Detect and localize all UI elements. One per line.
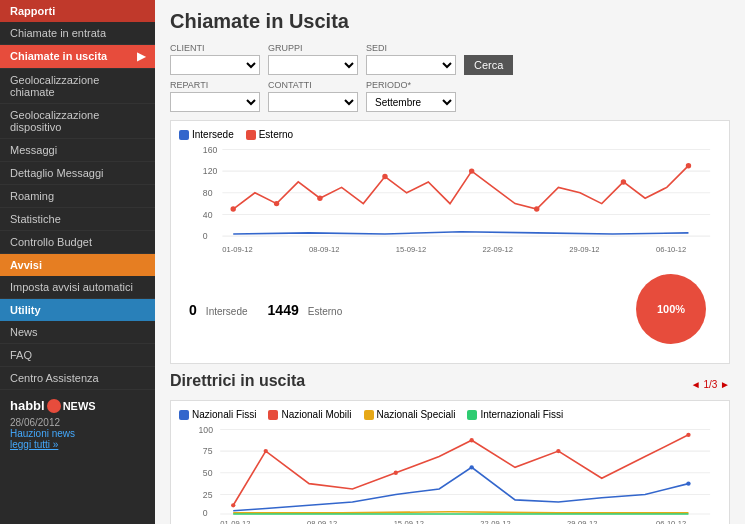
habbl-logo-dot	[47, 399, 61, 413]
news-title: Hauzioni news	[10, 428, 145, 439]
esterno-label: Esterno	[259, 129, 293, 140]
svg-point-19	[382, 174, 387, 179]
svg-text:01-09-12: 01-09-12	[220, 519, 250, 524]
chart1-pie: 100%	[631, 269, 711, 351]
section2-title: Direttrici in uscita	[170, 372, 305, 390]
svg-point-44	[394, 471, 398, 475]
contatti-label: CONTATTI	[268, 80, 358, 90]
chart1-stat-esterno: 1449 Esterno	[268, 302, 343, 318]
svg-text:25: 25	[203, 490, 213, 500]
news-link[interactable]: leggi tutti »	[10, 439, 145, 450]
svg-point-20	[469, 168, 474, 173]
legend-esterno: Esterno	[246, 129, 293, 140]
news-label: NEWS	[63, 400, 96, 412]
contatti-select[interactable]	[268, 92, 358, 112]
legend-intersede: Intersede	[179, 129, 234, 140]
svg-point-49	[686, 482, 690, 486]
periodo-select[interactable]: Settembre	[366, 92, 456, 112]
sidebar-item-avvisi-automatici[interactable]: Imposta avvisi automatici	[0, 276, 155, 299]
svg-text:29-09-12: 29-09-12	[567, 519, 597, 524]
svg-point-22	[621, 179, 626, 184]
sedi-label: SEDI	[366, 43, 456, 53]
intersede-stat-label: Intersede	[206, 306, 248, 317]
gruppi-select[interactable]	[268, 55, 358, 75]
filter-reparti: REPARTI	[170, 80, 260, 112]
sidebar-section-utility[interactable]: Utility	[0, 299, 155, 321]
naz-speciali-dot	[364, 410, 374, 420]
intersede-label: Intersede	[192, 129, 234, 140]
naz-mobili-dot	[268, 410, 278, 420]
sidebar-section-rapporti[interactable]: Rapporti	[0, 0, 155, 22]
chart1-stats-row: 0 Intersede 1449 Esterno 100%	[179, 265, 721, 355]
svg-text:0: 0	[203, 508, 208, 518]
svg-text:50: 50	[203, 468, 213, 478]
int-fissi-dot	[467, 410, 477, 420]
filter-contatti: CONTATTI	[268, 80, 358, 112]
esterno-number: 1449	[268, 302, 299, 318]
svg-text:06-10-12: 06-10-12	[656, 245, 686, 254]
chart1-legend: Intersede Esterno	[179, 129, 721, 140]
svg-point-23	[686, 163, 691, 168]
svg-point-17	[274, 201, 279, 206]
sidebar-item-chiamate-uscita[interactable]: Chiamate in uscita	[0, 45, 155, 69]
sidebar-item-statistiche[interactable]: Statistiche	[0, 208, 155, 231]
svg-point-47	[686, 433, 690, 437]
svg-point-21	[534, 206, 539, 211]
legend-int-fissi: Internazionali Fissi	[467, 409, 563, 420]
int-fissi-label: Internazionali Fissi	[480, 409, 563, 420]
sedi-select[interactable]	[366, 55, 456, 75]
svg-text:160: 160	[203, 145, 218, 155]
svg-text:22-09-12: 22-09-12	[480, 519, 510, 524]
page-title: Chiamate in Uscita	[170, 10, 730, 33]
legend-naz-fissi: Nazionali Fissi	[179, 409, 256, 420]
chart1-pie-svg: 100%	[631, 269, 711, 349]
naz-mobili-label: Nazionali Mobili	[281, 409, 351, 420]
news-date: 28/06/2012	[10, 417, 145, 428]
svg-text:06-10-12: 06-10-12	[656, 519, 686, 524]
svg-point-18	[317, 195, 322, 200]
svg-point-42	[231, 503, 235, 507]
legend-naz-mobili: Nazionali Mobili	[268, 409, 351, 420]
naz-fissi-label: Nazionali Fissi	[192, 409, 256, 420]
habbl-logo-text: habbl	[10, 398, 45, 413]
svg-point-48	[470, 465, 474, 469]
chart2-container: Nazionali Fissi Nazionali Mobili Naziona…	[170, 400, 730, 524]
svg-point-46	[556, 449, 560, 453]
svg-point-43	[264, 449, 268, 453]
sidebar-item-messaggi[interactable]: Messaggi	[0, 139, 155, 162]
sidebar-item-roaming[interactable]: Roaming	[0, 185, 155, 208]
filter-clienti: CLIENTI	[170, 43, 260, 75]
svg-text:08-09-12: 08-09-12	[307, 519, 337, 524]
filter-gruppi: GRUPPI	[268, 43, 358, 75]
chart2-svg: 100 75 50 25 0 01-09-12 08-09-12 15-09-1…	[179, 424, 721, 524]
svg-text:0: 0	[203, 231, 208, 241]
sidebar-section-avvisi[interactable]: Avvisi	[0, 254, 155, 276]
legend-naz-speciali: Nazionali Speciali	[364, 409, 456, 420]
main-content: Chiamate in Uscita CLIENTI GRUPPI SEDI C…	[155, 0, 745, 524]
periodo-label: PERIODO*	[366, 80, 456, 90]
sidebar-item-centro-assistenza[interactable]: Centro Assistenza	[0, 367, 155, 390]
reparti-select[interactable]	[170, 92, 260, 112]
sidebar-item-geo-chiamate[interactable]: Geolocalizzazione chiamate	[0, 69, 155, 104]
sidebar-item-dettaglio-messaggi[interactable]: Dettaglio Messaggi	[0, 162, 155, 185]
filter-row-2: REPARTI CONTATTI PERIODO* Settembre	[170, 80, 730, 112]
naz-speciali-label: Nazionali Speciali	[377, 409, 456, 420]
svg-text:22-09-12: 22-09-12	[483, 245, 513, 254]
sidebar: Rapporti Chiamate in entrata Chiamate in…	[0, 0, 155, 524]
chart1-stat-intersede: 0 Intersede	[189, 302, 248, 318]
svg-text:80: 80	[203, 188, 213, 198]
sidebar-news-block: habbl NEWS 28/06/2012 Hauzioni news legg…	[0, 390, 155, 524]
sidebar-item-faq[interactable]: FAQ	[0, 344, 155, 367]
filter-periodo: PERIODO* Settembre	[366, 80, 456, 112]
sidebar-item-controllo-budget[interactable]: Controllo Budget	[0, 231, 155, 254]
clienti-label: CLIENTI	[170, 43, 260, 53]
svg-text:15-09-12: 15-09-12	[396, 245, 426, 254]
clienti-select[interactable]	[170, 55, 260, 75]
sidebar-item-geo-dispositivo[interactable]: Geolocalizzazione dispositivo	[0, 104, 155, 139]
filter-row-1: CLIENTI GRUPPI SEDI Cerca	[170, 43, 730, 75]
pagination: ◄ 1/3 ►	[691, 379, 730, 390]
sidebar-item-news[interactable]: News	[0, 321, 155, 344]
sidebar-item-chiamate-entrata[interactable]: Chiamate in entrata	[0, 22, 155, 45]
cerca-button[interactable]: Cerca	[464, 55, 513, 75]
svg-text:40: 40	[203, 210, 213, 220]
